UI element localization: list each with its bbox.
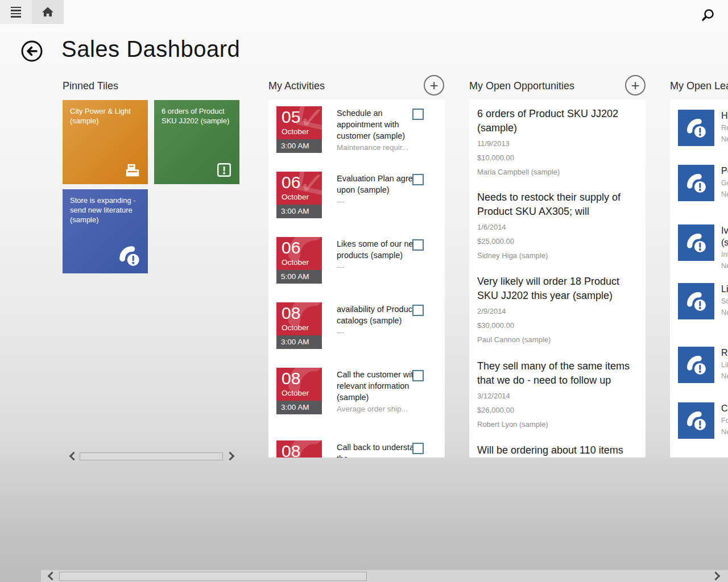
activity-day: 08 — [276, 368, 322, 388]
opportunity-title: 6 orders of Product SKU JJ202 (sample) — [477, 107, 639, 135]
activity-month: October — [276, 323, 322, 332]
phone-alert-icon — [685, 354, 708, 376]
search-button[interactable] — [700, 8, 715, 26]
pinned-tile-label: Store is expanding - send new literature… — [70, 196, 136, 224]
opportunity-amount: $25,000.00 — [477, 237, 639, 246]
opportunity-item[interactable]: 6 orders of Product SKU JJ202 (sample) 1… — [477, 107, 639, 176]
activity-checkbox[interactable] — [412, 443, 424, 454]
home-button[interactable] — [32, 0, 64, 24]
activity-checkbox[interactable] — [412, 109, 424, 120]
my-open-leads-panel: Ho Ren New Pe Goo New — [670, 99, 728, 458]
phone-alert-icon — [685, 231, 708, 254]
lead-topic: Inte — [721, 251, 728, 259]
opportunity-date: 1/6/2014 — [477, 223, 639, 231]
lead-status: New — [721, 190, 728, 198]
activity-subtitle: --- — [337, 262, 427, 272]
my-activities-heading: My Activities — [268, 80, 325, 92]
opportunity-item[interactable]: Very likely will order 18 Product SKU JJ… — [477, 275, 639, 344]
opportunity-title: Needs to restock their supply of Product… — [477, 190, 639, 219]
lead-topic: Foll — [721, 417, 728, 425]
add-opportunity-button[interactable]: + — [625, 75, 646, 95]
activity-subtitle: --- — [337, 197, 427, 207]
activity-date-tile: ✓ 06 October 3:00 AM — [276, 172, 322, 218]
activity-checkbox[interactable] — [412, 370, 424, 381]
pinned-scroll-right-button[interactable] — [227, 453, 233, 459]
lead-title: Lic — [721, 283, 728, 295]
activity-date-tile: 06 October 5:00 AM — [276, 237, 322, 284]
activity-day: 08 — [276, 440, 322, 458]
lead-status: New — [721, 428, 728, 436]
activity-day: 08 — [276, 302, 322, 323]
opportunity-date: 2/9/2014 — [477, 307, 639, 315]
page-title: Sales Dashboard — [61, 36, 240, 62]
activity-month: October — [276, 192, 322, 201]
activity-time: 3:00 AM — [276, 139, 322, 153]
lead-tile — [678, 402, 714, 439]
chevron-left-icon — [69, 452, 78, 461]
opportunity-date: 3/12/2014 — [477, 392, 639, 400]
list-view-button[interactable] — [0, 0, 32, 24]
lead-tile — [678, 225, 714, 261]
lead-title: Iva (sa — [721, 225, 728, 248]
activity-day: 06 — [276, 237, 322, 257]
bottom-scroll-left-button[interactable] — [49, 573, 55, 579]
opportunity-title: They sell many of the same items that we… — [477, 359, 639, 388]
lead-topic: Sor — [721, 297, 728, 305]
activity-date-tile: 08 — [276, 440, 322, 458]
pinned-tiles-heading: Pinned Tiles — [63, 80, 118, 92]
lead-topic: Like — [721, 361, 728, 369]
lead-tile — [678, 347, 714, 383]
activity-time: 5:00 AM — [276, 270, 322, 284]
pinned-tile-store-expanding[interactable]: Store is expanding - send new literature… — [63, 189, 148, 273]
pinned-tile-6-orders[interactable]: 6 orders of Product SKU JJ202 (sample) — [154, 100, 239, 184]
activity-month: October — [276, 388, 322, 397]
pinned-tile-label: City Power & Light (sample) — [70, 107, 131, 125]
plus-icon: + — [429, 78, 438, 93]
bottom-scroll-right-button[interactable] — [713, 573, 719, 579]
bottom-scrollbar-thumb[interactable] — [59, 572, 367, 581]
opportunity-title: Will be ordering about 110 items — [477, 443, 639, 458]
activity-checkbox[interactable] — [412, 174, 424, 185]
activity-subtitle: Average order ship... — [337, 404, 427, 414]
phone-alert-icon — [685, 409, 708, 432]
activity-checkbox[interactable] — [412, 239, 424, 251]
pinned-scroll-left-button[interactable] — [71, 453, 77, 459]
opportunity-item[interactable]: They sell many of the same items that we… — [477, 359, 639, 429]
back-button[interactable] — [20, 40, 43, 65]
opportunity-contact: Sidney Higa (sample) — [477, 251, 639, 260]
opportunity-amount: $26,000.00 — [477, 406, 639, 414]
activity-month: October — [276, 127, 322, 136]
top-nav — [0, 0, 64, 24]
file-drawer-icon — [124, 163, 141, 178]
activity-date-tile: 08 October 3:00 AM — [276, 368, 322, 414]
opportunity-item[interactable]: Will be ordering about 110 items — [477, 443, 639, 458]
activity-subtitle: --- — [337, 327, 427, 338]
lead-status: New — [721, 309, 728, 317]
activity-day: 05 — [276, 106, 322, 127]
pinned-tile-city-power[interactable]: City Power & Light (sample) — [63, 100, 148, 184]
opportunity-contact: Paul Cannon (sample) — [477, 335, 639, 344]
opportunity-amount: $30,000.00 — [477, 321, 639, 330]
activity-date-tile: ✓ 05 October 3:00 AM — [276, 106, 322, 153]
opportunity-contact: Robert Lyon (sample) — [477, 420, 639, 429]
phone-alert-icon — [685, 117, 708, 139]
opportunity-contact: Maria Campbell (sample) — [477, 168, 639, 176]
list-icon — [11, 7, 21, 18]
lead-tile — [678, 283, 714, 319]
chevron-right-icon — [712, 572, 721, 581]
lead-tile — [678, 165, 714, 201]
activity-subtitle: Maintenance requir... — [337, 143, 427, 153]
add-activity-button[interactable]: + — [424, 75, 444, 95]
activity-day: 06 — [276, 172, 322, 192]
opportunity-item[interactable]: Needs to restock their supply of Product… — [477, 190, 639, 260]
chevron-right-icon — [226, 452, 235, 461]
lead-tile — [678, 110, 714, 146]
activity-time: 3:00 AM — [276, 401, 322, 414]
phone-alert-icon — [685, 172, 708, 194]
activity-checkbox[interactable] — [412, 305, 424, 316]
pinned-scrollbar-thumb[interactable] — [80, 452, 223, 460]
phone-alert-icon — [117, 244, 141, 268]
lead-title: Pe — [721, 165, 728, 177]
activity-time: 3:00 AM — [276, 335, 322, 349]
chevron-left-icon — [48, 572, 57, 581]
